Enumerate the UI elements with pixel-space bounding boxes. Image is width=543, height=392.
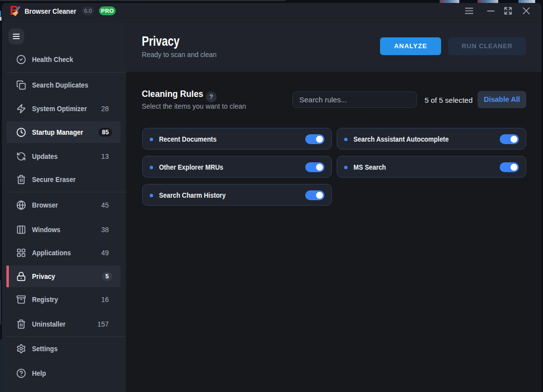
- svg-text:B: B: [10, 5, 19, 18]
